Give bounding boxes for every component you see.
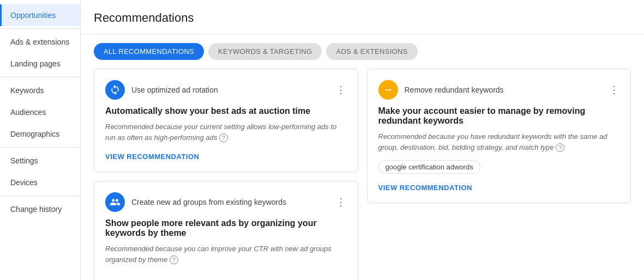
sidebar-divider-1 xyxy=(0,28,80,29)
groups-icon xyxy=(110,197,121,208)
rotation-icon xyxy=(110,84,121,95)
tab-ads-extensions[interactable]: ADS & EXTENSIONS xyxy=(326,43,417,60)
card-description: Recommended because your current setting… xyxy=(105,121,347,143)
sidebar-item-devices[interactable]: Devices xyxy=(0,172,80,193)
sidebar-item-landing-pages[interactable]: Landing pages xyxy=(0,53,80,75)
minus-icon xyxy=(383,84,394,95)
sidebar-item-label: Landing pages xyxy=(10,59,61,68)
sidebar-item-label: Keywords xyxy=(10,86,44,95)
sidebar-item-settings[interactable]: Settings xyxy=(0,150,80,172)
help-icon[interactable]: ? xyxy=(556,143,564,152)
card-body-title: Show people more relevant ads by organiz… xyxy=(105,218,347,238)
tab-keywords-targeting[interactable]: KEYWORDS & TARGETING xyxy=(208,43,322,60)
card-ad-rotation: Use optimized ad rotation ⋮ Automaticall… xyxy=(94,69,358,172)
card-title: Use optimized ad rotation xyxy=(131,86,336,94)
sidebar-item-keywords[interactable]: Keywords xyxy=(0,80,80,101)
groups-icon-container xyxy=(105,192,125,212)
card-title: Create new ad groups from existing keywo… xyxy=(131,198,336,206)
card-title: Remove redundant keywords xyxy=(405,86,609,94)
help-icon[interactable]: ? xyxy=(219,133,228,142)
card-description: Recommended because you can improve your… xyxy=(105,244,347,265)
sidebar-item-demographics[interactable]: Demographics xyxy=(0,123,80,145)
tab-all-recommendations[interactable]: ALL RECOMMENDATIONS xyxy=(94,43,204,60)
page-header: Recommendations xyxy=(81,0,644,34)
card-header: Create new ad groups from existing keywo… xyxy=(105,192,347,212)
sidebar-item-label: Settings xyxy=(10,156,38,165)
sidebar-item-label: Ads & extensions xyxy=(10,38,69,46)
card-body-title: Make your account easier to manage by re… xyxy=(378,106,620,126)
sidebar-divider-3 xyxy=(0,147,80,148)
card-menu-button[interactable]: ⋮ xyxy=(336,84,347,95)
card-header: Use optimized ad rotation ⋮ xyxy=(105,80,347,100)
cards-area: Use optimized ad rotation ⋮ Automaticall… xyxy=(81,69,644,280)
main-content: Recommendations ALL RECOMMENDATIONS KEYW… xyxy=(81,0,644,280)
sidebar-item-label: Opportunities xyxy=(10,11,56,20)
sidebar-divider-4 xyxy=(0,196,80,196)
minus-icon-container xyxy=(378,80,398,100)
sidebar-item-label: Demographics xyxy=(10,130,59,138)
rotation-icon-container xyxy=(105,80,125,100)
left-card-column: Use optimized ad rotation ⋮ Automaticall… xyxy=(94,69,358,280)
page-title: Recommendations xyxy=(94,11,631,25)
card-menu-button[interactable]: ⋮ xyxy=(336,197,347,208)
card-body-title: Automatically show your best ads at auct… xyxy=(105,106,347,116)
card-new-ad-groups: Create new ad groups from existing keywo… xyxy=(94,181,358,280)
card-description: Recommended because you have redundant k… xyxy=(378,131,620,153)
sidebar-item-label: Audiences xyxy=(10,108,46,117)
keyword-tag: google certification adwords xyxy=(378,160,480,174)
sidebar-item-opportunities[interactable]: Opportunities xyxy=(0,4,80,26)
sidebar-item-audiences[interactable]: Audiences xyxy=(0,101,80,123)
right-card-column: Remove redundant keywords ⋮ Make your ac… xyxy=(367,69,631,280)
view-recommendation-button-1[interactable]: VIEW RECOMMENDATION xyxy=(105,153,199,161)
card-header: Remove redundant keywords ⋮ xyxy=(378,80,620,100)
sidebar-item-label: Devices xyxy=(10,178,38,187)
sidebar: Opportunities Ads & extensions Landing p… xyxy=(0,0,81,280)
view-recommendation-button-2[interactable]: VIEW RECOMMENDATION xyxy=(378,184,472,192)
sidebar-item-change-history[interactable]: Change history xyxy=(0,198,80,220)
card-redundant-keywords: Remove redundant keywords ⋮ Make your ac… xyxy=(367,69,631,203)
card-menu-button[interactable]: ⋮ xyxy=(609,84,619,95)
tabs-row: ALL RECOMMENDATIONS KEYWORDS & TARGETING… xyxy=(81,34,644,69)
sidebar-item-ads-extensions[interactable]: Ads & extensions xyxy=(0,31,80,53)
sidebar-item-label: Change history xyxy=(10,205,62,214)
help-icon[interactable]: ? xyxy=(170,255,178,264)
sidebar-divider-2 xyxy=(0,77,80,77)
